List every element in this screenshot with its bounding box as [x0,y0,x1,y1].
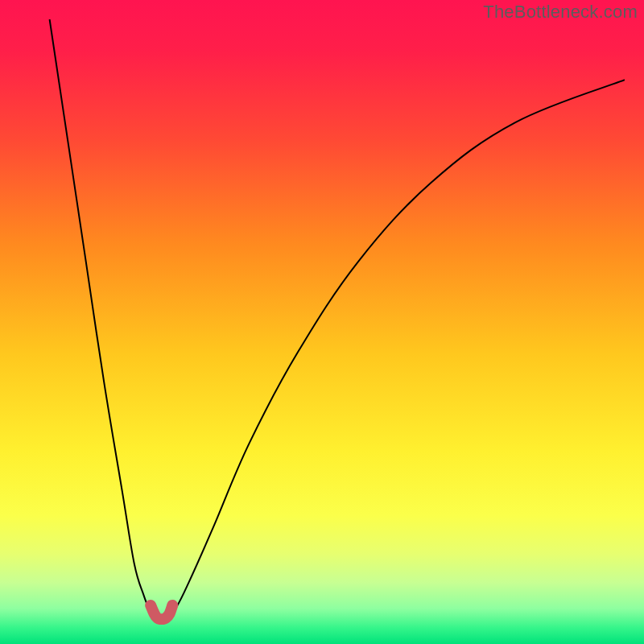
chart-curves [19,19,625,625]
chart-frame: TheBottleneck.com [0,0,644,644]
curve-left-branch [50,19,162,617]
watermark-text: TheBottleneck.com [483,2,638,23]
curve-right-branch [162,80,625,617]
curve-minimum-marker [151,605,172,619]
